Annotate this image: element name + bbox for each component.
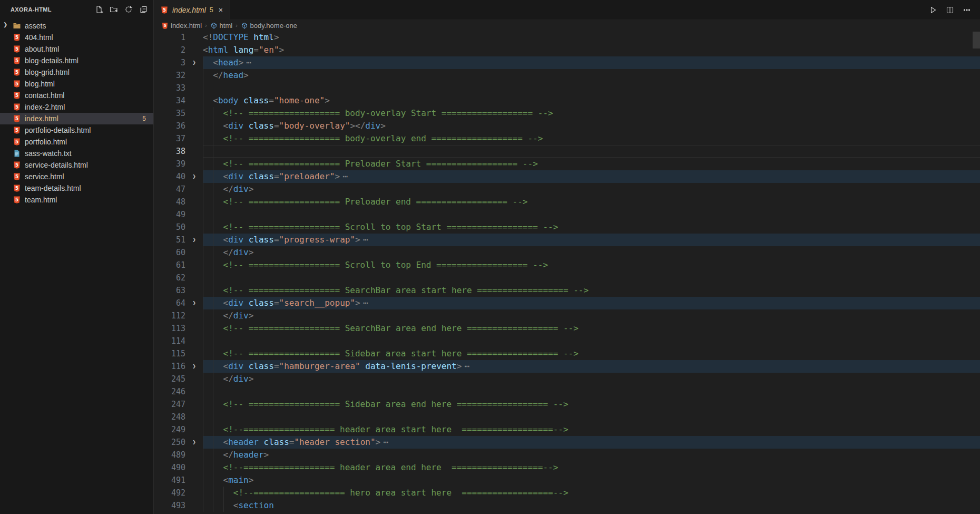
split-editor-icon[interactable]: [944, 4, 956, 16]
editor-scrollbar[interactable]: [973, 32, 980, 49]
folded-ellipsis: ⋯: [462, 361, 468, 371]
collapse-folders-icon[interactable]: [138, 4, 149, 15]
code-line-40[interactable]: 40❯ <div class="preloader">⋯: [154, 170, 980, 183]
folder-row-assets[interactable]: ❯assets: [0, 20, 153, 32]
file-row-blog-grid.html[interactable]: 5blog-grid.html: [0, 66, 153, 78]
code-line-493[interactable]: 493 <section: [154, 499, 980, 512]
code-line-35[interactable]: 35 <!-- ================== body-overlay …: [154, 107, 980, 120]
code-editor[interactable]: 1<!DOCTYPE html>2<html lang="en">3❯ <hea…: [154, 31, 980, 514]
file-row-blog.html[interactable]: 5blog.html: [0, 78, 153, 90]
code-line-250[interactable]: 250❯ <header class="header section">⋯: [154, 436, 980, 449]
code-line-115[interactable]: 115 <!-- ================== Sidebar area…: [154, 347, 980, 360]
fold-chevron-icon[interactable]: ❯: [185, 170, 203, 183]
code-text: <!--================== header area start…: [203, 424, 569, 434]
breadcrumb-item-body.home-one[interactable]: body.home-one: [241, 22, 297, 30]
fold-gutter: [185, 385, 203, 398]
code-line-63[interactable]: 63 <!-- ================== SearchBar are…: [154, 284, 980, 297]
indent-guide: [213, 322, 213, 335]
code-line-60[interactable]: 60 </div>: [154, 246, 980, 259]
fold-chevron-icon[interactable]: ❯: [185, 234, 203, 246]
fold-gutter: [185, 284, 203, 297]
file-row-blog-details.html[interactable]: 5blog-details.html: [0, 55, 153, 66]
svg-text:5: 5: [163, 23, 166, 28]
code-line-49[interactable]: 49: [154, 208, 980, 221]
indent-guide: [213, 373, 213, 385]
file-row-service.html[interactable]: 5service.html: [0, 171, 153, 182]
code-line-492[interactable]: 492 <!--================== hero area sta…: [154, 487, 980, 499]
fold-gutter: [185, 271, 203, 284]
code-line-2[interactable]: 2<html lang="en">: [154, 44, 980, 56]
fold-chevron-icon[interactable]: ❯: [185, 360, 203, 373]
code-line-47[interactable]: 47 </div>: [154, 183, 980, 196]
gutter: 245: [154, 373, 203, 385]
gutter: 248: [154, 411, 203, 423]
indent-guide: [213, 221, 213, 234]
code-line-113[interactable]: 113 <!-- ================== SearchBar ar…: [154, 322, 980, 335]
code-line-3[interactable]: 3❯ <head>⋯: [154, 56, 980, 69]
svg-text:5: 5: [15, 35, 18, 40]
code-text: <!-- ================== Preloader Start …: [203, 159, 538, 169]
fold-gutter: [185, 183, 203, 196]
code-line-248[interactable]: 248: [154, 411, 980, 423]
code-line-32[interactable]: 32 </head>: [154, 69, 980, 82]
code-line-38[interactable]: 38: [154, 145, 980, 158]
fold-gutter: [185, 132, 203, 145]
tab-index-html[interactable]: 5 index.html 5 ×: [154, 0, 230, 20]
line-content: <!DOCTYPE html>: [203, 31, 980, 44]
file-row-portfolio-details.html[interactable]: 5portfolio-details.html: [0, 124, 153, 136]
code-line-249[interactable]: 249 <!--================== header area s…: [154, 423, 980, 436]
file-row-index-2.html[interactable]: 5index-2.html: [0, 101, 153, 113]
code-line-39[interactable]: 39 <!-- ================== Preloader Sta…: [154, 158, 980, 170]
code-text: </div>: [203, 184, 253, 194]
code-line-490[interactable]: 490 <!--================== header area e…: [154, 461, 980, 474]
new-file-icon[interactable]: [93, 4, 105, 15]
code-line-246[interactable]: 246: [154, 385, 980, 398]
fold-chevron-icon[interactable]: ❯: [185, 436, 203, 449]
code-line-491[interactable]: 491 <main>: [154, 474, 980, 487]
new-folder-icon[interactable]: [108, 4, 120, 15]
tab-close-icon[interactable]: ×: [217, 5, 224, 15]
code-line-247[interactable]: 247 <!-- ================== Sidebar area…: [154, 398, 980, 411]
code-line-114[interactable]: 114: [154, 335, 980, 347]
breadcrumb-item-index.html[interactable]: 5index.html: [161, 22, 202, 30]
file-row-sass-watch.txt[interactable]: sass-watch.txt: [0, 148, 153, 159]
file-row-404.html[interactable]: 5404.html: [0, 32, 153, 43]
indent-guide: [223, 487, 224, 499]
code-line-62[interactable]: 62: [154, 271, 980, 284]
code-line-489[interactable]: 489 </header>: [154, 449, 980, 461]
line-number: 1: [154, 31, 185, 44]
code-line-112[interactable]: 112 </div>: [154, 309, 980, 322]
file-row-index.html[interactable]: 5index.html5: [0, 113, 153, 124]
breadcrumb-item-html[interactable]: html: [210, 22, 233, 30]
code-line-37[interactable]: 37 <!-- ================== body-overlay …: [154, 132, 980, 145]
gutter: 38: [154, 145, 203, 158]
file-row-about.html[interactable]: 5about.html: [0, 43, 153, 55]
fold-chevron-icon[interactable]: ❯: [185, 297, 203, 309]
code-line-33[interactable]: 33: [154, 82, 980, 94]
code-line-34[interactable]: 34 <body class="home-one">: [154, 94, 980, 107]
code-line-1[interactable]: 1<!DOCTYPE html>: [154, 31, 980, 44]
code-line-51[interactable]: 51❯ <div class="progress-wrap">⋯: [154, 234, 980, 246]
refresh-explorer-icon[interactable]: [123, 4, 134, 15]
indent-guide: [213, 423, 213, 436]
file-row-team-details.html[interactable]: 5team-details.html: [0, 182, 153, 194]
line-content: <!-- ================== Preloader Start …: [203, 158, 980, 170]
code-line-36[interactable]: 36 <div class="body-overlay"></div>: [154, 120, 980, 132]
file-row-team.html[interactable]: 5team.html: [0, 194, 153, 206]
file-row-contact.html[interactable]: 5contact.html: [0, 90, 153, 101]
tab-modified-count: 5: [210, 6, 213, 14]
code-line-116[interactable]: 116❯ <div class="hamburger-area" data-le…: [154, 360, 980, 373]
indent-guide: [213, 196, 213, 208]
code-line-245[interactable]: 245 </div>: [154, 373, 980, 385]
more-actions-icon[interactable]: [961, 4, 973, 16]
code-line-50[interactable]: 50 <!-- ================== Scroll to top…: [154, 221, 980, 234]
gutter: 2: [154, 44, 203, 56]
run-icon[interactable]: [927, 4, 939, 16]
code-line-61[interactable]: 61 <!-- ================== Scroll to top…: [154, 259, 980, 271]
file-row-portfolio.html[interactable]: 5portfolio.html: [0, 136, 153, 148]
gutter: 250❯: [154, 436, 203, 449]
code-line-48[interactable]: 48 <!-- ================== Preloader end…: [154, 196, 980, 208]
code-line-64[interactable]: 64❯ <div class="search__popup">⋯: [154, 297, 980, 309]
file-row-service-details.html[interactable]: 5service-details.html: [0, 159, 153, 171]
fold-chevron-icon[interactable]: ❯: [185, 56, 203, 69]
